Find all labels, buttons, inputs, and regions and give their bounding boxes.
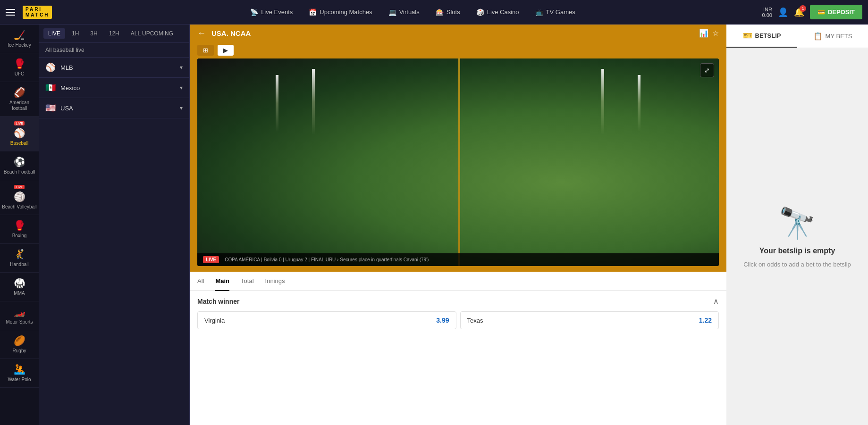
play-icon: ▶ [223, 47, 228, 54]
my-bets-icon: 📋 [813, 32, 823, 41]
sub-nav-1h[interactable]: 1H [67, 28, 84, 39]
bet-tab-innings[interactable]: Innings [265, 272, 285, 291]
slots-label: Slots [447, 8, 460, 16]
sidebar-item-beach-football[interactable]: ⚽ Beach Football [0, 151, 39, 180]
beach-volleyball-label: Beach Volleyball [2, 204, 36, 210]
scoreboard-button[interactable]: ⊞ [197, 45, 214, 56]
sidebar-item-ice-hockey[interactable]: 🏒 Ice Hockey [0, 25, 39, 53]
sidebar-item-handball[interactable]: 🤾 Handball [0, 244, 39, 273]
nav-slots[interactable]: 🎰 Slots [429, 6, 467, 19]
sub-nav-12h[interactable]: 12H [104, 28, 124, 39]
sidebar-item-beach-volleyball[interactable]: LIVE 🏐 Beach Volleyball [0, 180, 39, 215]
upcoming-matches-icon: 📅 [309, 8, 317, 16]
deposit-button[interactable]: 💳 DEPOSIT [810, 5, 862, 19]
sidebar-item-water-polo[interactable]: 🤽 Water Polo [0, 359, 39, 388]
deposit-icon: 💳 [817, 8, 825, 16]
deposit-label: DEPOSIT [828, 8, 855, 16]
motor-sports-label: Motor Sports [6, 319, 33, 325]
right-panel: 🎫 BETSLIP 📋 MY BETS 🔭 Your betslip is em… [726, 25, 868, 425]
expand-button[interactable]: ⤢ [700, 63, 714, 77]
league-item-mlb[interactable]: ⚾ MLB ▾ [39, 58, 189, 78]
baseball-live-badge: LIVE [14, 121, 25, 125]
betslip-icon: 🎫 [743, 31, 752, 40]
back-button[interactable]: ← [197, 28, 206, 38]
foul-pole [458, 58, 460, 266]
league-item-mexico[interactable]: Mexico ▾ [39, 78, 189, 98]
slots-icon: 🎰 [436, 8, 444, 16]
mma-label: MMA [14, 291, 25, 296]
live-ticker: LIVE COPA AMÉRICA | Bolivia 0 | Uruguay … [197, 253, 719, 266]
mlb-chevron-icon: ▾ [180, 64, 183, 71]
tv-games-label: TV Games [546, 8, 575, 16]
sidebar-item-ufc[interactable]: 🥊 UFC [0, 53, 39, 82]
upcoming-matches-label: Upcoming Matches [320, 8, 372, 16]
ufc-icon: 🥊 [14, 58, 25, 69]
nav-virtuals[interactable]: 💻 Virtuals [382, 6, 426, 19]
american-football-label: American football [2, 100, 37, 111]
stats-button[interactable]: 📊 [699, 29, 708, 38]
all-baseball-live-link[interactable]: All baseball live [39, 43, 189, 58]
market-header[interactable]: Match winner ∧ [197, 297, 719, 306]
video-section: ⊞ ▶ ⤢ [190, 42, 726, 272]
rugby-label: Rugby [13, 348, 26, 354]
hamburger-menu[interactable] [6, 9, 15, 16]
bet-tab-main[interactable]: Main [215, 272, 229, 291]
nav-live-events[interactable]: 📡 Live Events [244, 6, 299, 19]
sub-nav-live[interactable]: LIVE [43, 28, 65, 39]
sidebar-item-motor-sports[interactable]: 🏎️ Motor Sports [0, 301, 39, 330]
favorite-button[interactable]: ☆ [712, 29, 719, 38]
nav-tv-games[interactable]: 📺 TV Games [529, 6, 582, 19]
sidebar-item-boxing[interactable]: 🥊 Boxing [0, 215, 39, 244]
odds-texas[interactable]: Texas 1.22 [460, 311, 719, 329]
market-title: Match winner [197, 298, 239, 305]
rugby-icon: 🏉 [14, 335, 25, 346]
sub-nav-all-upcoming[interactable]: ALL UPCOMING [126, 28, 178, 39]
live-ticker-badge: LIVE [203, 256, 219, 263]
nav-upcoming-matches[interactable]: 📅 Upcoming Matches [302, 6, 379, 19]
beach-football-label: Beach Football [4, 169, 35, 175]
betslip-tab[interactable]: 🎫 BETSLIP [726, 25, 797, 48]
water-polo-icon: 🤽 [14, 364, 25, 375]
video-player: ⤢ LIVE COPA AMÉRICA | Bolivia 0 | Urugua… [197, 58, 719, 266]
sidebar-item-american-football[interactable]: 🏈 American football [0, 82, 39, 117]
boxing-label: Boxing [12, 233, 27, 239]
boxing-icon: 🥊 [14, 220, 25, 231]
live-events-label: Live Events [261, 8, 293, 16]
ufc-label: UFC [15, 71, 25, 77]
american-football-icon: 🏈 [14, 87, 25, 98]
logo[interactable]: PARI MATCH [23, 6, 52, 19]
stadium-light-2 [312, 69, 315, 135]
league-item-usa[interactable]: USA ▾ [39, 98, 189, 118]
odds-virginia[interactable]: Virginia 3.99 [197, 311, 456, 329]
sidebar-item-baseball[interactable]: LIVE ⚾ Baseball [0, 117, 39, 151]
motor-sports-icon: 🏎️ [14, 306, 25, 317]
stadium-light-3 [601, 69, 604, 135]
odds-virginia-value: 3.99 [436, 317, 449, 324]
video-controls-bar: ⊞ ▶ [197, 42, 719, 58]
play-button[interactable]: ▶ [218, 45, 234, 56]
my-bets-tab[interactable]: 📋 MY BETS [797, 25, 868, 48]
betslip-tabs: 🎫 BETSLIP 📋 MY BETS [726, 25, 868, 48]
betting-section: All Main Total Innings Match winner ∧ Vi… [190, 272, 726, 425]
handball-label: Handball [10, 262, 28, 267]
mma-icon: 🥋 [14, 277, 25, 289]
video-placeholder [197, 58, 719, 266]
sidebar-item-mma[interactable]: 🥋 MMA [0, 273, 39, 301]
notification-button[interactable]: 🔔 1 [794, 7, 804, 17]
left-sidebar: 🏒 Ice Hockey 🥊 UFC 🏈 American football L… [0, 25, 39, 425]
handball-icon: 🤾 [14, 249, 25, 260]
bet-tab-total[interactable]: Total [241, 272, 253, 291]
notification-badge: 1 [800, 5, 806, 12]
user-profile-button[interactable]: 👤 [778, 7, 788, 17]
sub-navigation: LIVE 1H 3H 12H ALL UPCOMING [39, 25, 189, 43]
odds-virginia-team: Virginia [204, 317, 225, 324]
nav-live-casino[interactable]: 🎲 Live Casino [470, 6, 526, 19]
expand-icon: ⤢ [704, 67, 710, 74]
live-casino-icon: 🎲 [476, 8, 484, 16]
market-collapse-icon: ∧ [713, 297, 719, 306]
bet-tab-all[interactable]: All [197, 272, 204, 291]
stadium-light-1 [276, 75, 278, 132]
main-layout: 🏒 Ice Hockey 🥊 UFC 🏈 American football L… [0, 25, 868, 425]
sidebar-item-rugby[interactable]: 🏉 Rugby [0, 330, 39, 359]
sub-nav-3h[interactable]: 3H [85, 28, 102, 39]
